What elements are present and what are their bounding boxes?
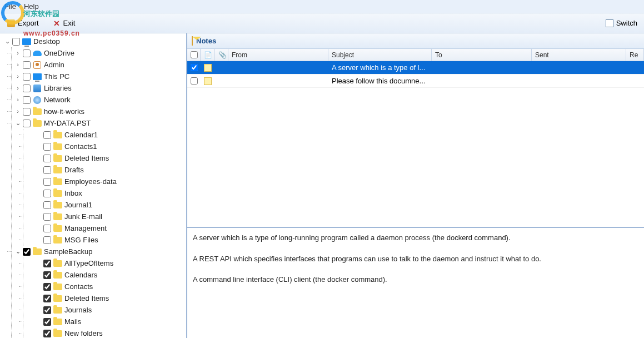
list-item[interactable]: A server which is a type of l... [187, 61, 644, 74]
tree-checkbox[interactable] [43, 318, 51, 326]
tree-label: Calendar1 [64, 131, 98, 139]
tree-checkbox[interactable] [43, 295, 51, 302]
expand-toggle[interactable]: › [14, 84, 22, 92]
switch-icon [605, 19, 614, 28]
monitor-icon [22, 37, 31, 46]
tree-label: Deleted Items [64, 294, 109, 302]
tree-label: Journal1 [64, 201, 92, 209]
tree-checkbox[interactable] [23, 61, 31, 69]
col-subject[interactable]: Subject [328, 49, 432, 61]
user-icon [33, 61, 42, 69]
tree-label: Deleted Items [64, 154, 109, 162]
col-sent[interactable]: Sent [532, 49, 626, 61]
expand-toggle[interactable]: › [14, 61, 22, 69]
tree-checkbox[interactable] [43, 143, 51, 151]
col-re[interactable]: Re [626, 49, 644, 61]
expand-toggle[interactable]: ⌄ [3, 38, 11, 46]
section-header: Notes [187, 33, 644, 49]
envelope-icon [192, 37, 193, 45]
toolbar: Export ✕ Exit Switch [0, 13, 644, 33]
tree-label: Drafts [64, 166, 84, 174]
tree-label: New folders [64, 329, 103, 337]
export-button[interactable]: Export [4, 18, 41, 29]
preview-text: A server which is a type of long-running… [193, 232, 638, 243]
select-all-checkbox[interactable] [191, 51, 198, 58]
tree-label: Journals [64, 306, 92, 314]
tree-checkbox[interactable] [43, 201, 51, 209]
tree-label: Admin [44, 61, 64, 69]
expand-toggle[interactable]: ⌄ [14, 120, 22, 127]
folder-icon [53, 259, 62, 268]
tree-checkbox[interactable] [23, 108, 31, 116]
export-icon [7, 19, 16, 28]
tree-label: MY-DATA.PST [44, 119, 91, 127]
folder-icon [53, 294, 62, 303]
expand-toggle[interactable]: ⌄ [14, 248, 22, 256]
folder-icon [53, 329, 62, 338]
preview-pane: A server which is a type of long-running… [187, 227, 644, 338]
tree-checkbox[interactable] [23, 49, 31, 57]
folder-icon [53, 224, 62, 233]
tree-label: how-it-works [44, 107, 84, 116]
tree-checkbox[interactable] [43, 236, 51, 244]
tree-checkbox[interactable] [43, 155, 51, 162]
folder-icon [33, 119, 42, 128]
tree-label: Contacts1 [64, 142, 97, 151]
tree-checkbox[interactable] [23, 84, 31, 92]
folder-icon [53, 154, 62, 163]
tree-checkbox[interactable] [12, 38, 20, 46]
message-list[interactable]: A server which is a type of l... Please … [187, 61, 644, 227]
note-icon [201, 64, 215, 72]
folder-tree[interactable]: ⌄ Desktop ›OneDrive›Admin›This PC›Librar… [0, 33, 187, 338]
switch-button[interactable]: Switch [603, 18, 640, 29]
preview-text: A REST API which specifies interfaces th… [193, 254, 638, 265]
net-icon [33, 96, 42, 105]
tree-label: Inbox [64, 189, 82, 197]
folder-icon [53, 142, 62, 151]
note-icon [201, 77, 215, 85]
col-to[interactable]: To [432, 49, 532, 61]
tree-label: Employees-data [64, 177, 117, 186]
menu-file[interactable]: File [4, 2, 16, 11]
expand-toggle[interactable]: › [14, 108, 22, 116]
tree-checkbox[interactable] [43, 213, 51, 221]
tree-checkbox[interactable] [43, 260, 51, 267]
folder-icon [53, 236, 62, 245]
tree-checkbox[interactable] [43, 330, 51, 337]
row-checkbox[interactable] [191, 64, 198, 71]
expand-toggle[interactable]: › [14, 73, 22, 81]
tree-checkbox[interactable] [43, 131, 51, 139]
tree-checkbox[interactable] [23, 120, 31, 127]
expand-toggle[interactable]: › [14, 96, 22, 104]
tree-checkbox[interactable] [43, 178, 51, 186]
attachment-icon[interactable]: 📎 [215, 49, 228, 61]
tree-checkbox[interactable] [43, 190, 51, 197]
tree-checkbox[interactable] [23, 248, 31, 256]
folder-icon [53, 306, 62, 315]
expand-toggle[interactable]: › [14, 49, 22, 57]
list-header: 📄 📎 From Subject To Sent Re [187, 49, 644, 61]
folder-icon [53, 189, 62, 198]
exit-button[interactable]: ✕ Exit [50, 18, 78, 29]
tree-checkbox[interactable] [43, 225, 51, 232]
tree-checkbox[interactable] [23, 96, 31, 104]
col-from[interactable]: From [228, 49, 328, 61]
page-icon[interactable]: 📄 [201, 49, 215, 61]
tree-checkbox[interactable] [43, 271, 51, 279]
tree-checkbox[interactable] [23, 73, 31, 81]
folder-icon [53, 282, 62, 291]
tree-label: This PC [44, 72, 69, 81]
tree-checkbox[interactable] [43, 306, 51, 314]
folder-icon [33, 107, 42, 116]
lib-icon [33, 84, 42, 93]
preview-text: A command line interface (CLI) client (t… [193, 274, 638, 285]
list-item[interactable]: Please follow this documne... [187, 74, 644, 88]
menubar: File Help [0, 0, 644, 13]
menu-help[interactable]: Help [24, 2, 39, 11]
folder-icon [53, 271, 62, 280]
folder-icon [33, 247, 42, 256]
row-checkbox[interactable] [191, 77, 198, 84]
exit-icon: ✕ [52, 19, 61, 28]
tree-checkbox[interactable] [43, 166, 51, 174]
tree-checkbox[interactable] [43, 283, 51, 291]
